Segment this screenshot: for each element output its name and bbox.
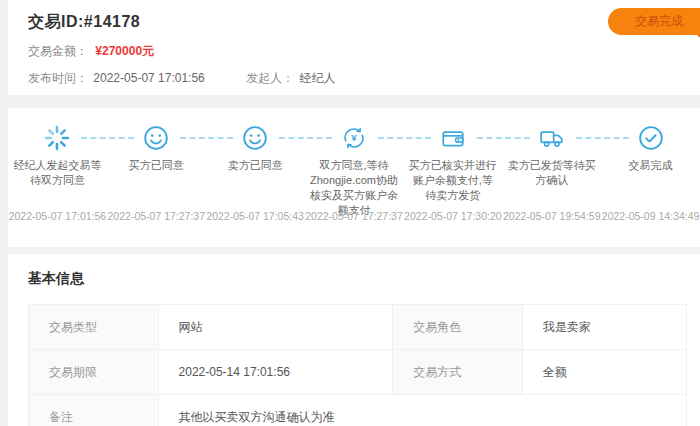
trade-method-label: 交易方式: [393, 350, 523, 395]
check-circle-icon: [601, 124, 700, 152]
step-date: 2022-05-07 17:27:37: [107, 210, 206, 222]
status-ribbon: 交易完成: [608, 8, 700, 35]
amount-value: ¥270000元: [95, 44, 154, 58]
timeline-card: 经纪人发起交易等待双方同意 2022-05-07 17:01:56 买方已同意 …: [8, 108, 700, 247]
svg-text:¥: ¥: [351, 132, 357, 143]
remark-label: 备注: [29, 395, 159, 426]
step-date: 2022-05-07 17:27:37: [305, 210, 404, 222]
publish-time-label: 发布时间：: [28, 71, 88, 85]
table-row: 备注 其他以买卖双方沟通确认为准: [29, 395, 687, 426]
initiator-value: 经纪人: [299, 71, 335, 85]
trade-deadline-value: 2022-05-14 17:01:56: [158, 350, 393, 395]
trade-type-label: 交易类型: [29, 305, 159, 350]
status-ribbon-label: 交易完成: [635, 13, 683, 30]
trade-role-label: 交易角色: [393, 305, 523, 350]
initiator-label: 发起人：: [246, 71, 294, 85]
publish-time-value: 2022-05-07 17:01:56: [93, 71, 204, 85]
basic-info-heading: 基本信息: [28, 270, 694, 288]
basic-info-card: 基本信息 交易类型 网站 交易角色 我是卖家 交易期限 2022-05-14 1…: [8, 254, 700, 426]
basic-info-table: 交易类型 网站 交易角色 我是卖家 交易期限 2022-05-14 17:01:…: [28, 304, 687, 426]
step-date: 2022-05-07 17:05:43: [206, 210, 305, 222]
timeline-step: 交易完成 2022-05-09 14:34:49: [601, 124, 700, 222]
timeline-steps: 经纪人发起交易等待双方同意 2022-05-07 17:01:56 买方已同意 …: [8, 124, 700, 222]
step-label: 双方同意,等待Zhongjie.com协助核实及买方账户余额支付: [309, 158, 400, 206]
step-label: 卖方已发货等待买方确认: [506, 158, 597, 206]
publish-line: 发布时间： 2022-05-07 17:01:56 发起人： 经纪人: [28, 70, 680, 87]
step-label: 买方已核实并进行账户余额支付,等待卖方发货: [407, 158, 498, 206]
trade-method-value: 全额: [522, 350, 687, 395]
step-label: 交易完成: [605, 158, 696, 206]
step-label: 经纪人发起交易等待双方同意: [12, 158, 103, 206]
step-date: 2022-05-07 17:01:56: [8, 210, 107, 222]
trade-role-value: 我是卖家: [522, 305, 687, 350]
trade-type-value: 网站: [158, 305, 393, 350]
table-row: 交易类型 网站 交易角色 我是卖家: [29, 305, 687, 350]
table-row: 交易期限 2022-05-14 17:01:56 交易方式 全额: [29, 350, 687, 395]
step-date: 2022-05-07 17:30:20: [403, 210, 502, 222]
amount-label: 交易金额：: [28, 44, 88, 58]
step-date: 2022-05-09 14:34:49: [601, 210, 700, 222]
trade-deadline-label: 交易期限: [29, 350, 159, 395]
page-title: 交易ID:#14178: [28, 12, 680, 33]
remark-value: 其他以买卖双方沟通确认为准: [158, 395, 687, 426]
step-label: 卖方已同意: [210, 158, 301, 206]
step-date: 2022-05-07 19:54:59: [502, 210, 601, 222]
step-label: 买方已同意: [111, 158, 202, 206]
amount-line: 交易金额： ¥270000元: [28, 43, 680, 60]
trade-header-card: 交易ID:#14178 交易完成 交易金额： ¥270000元 发布时间： 20…: [8, 0, 700, 95]
